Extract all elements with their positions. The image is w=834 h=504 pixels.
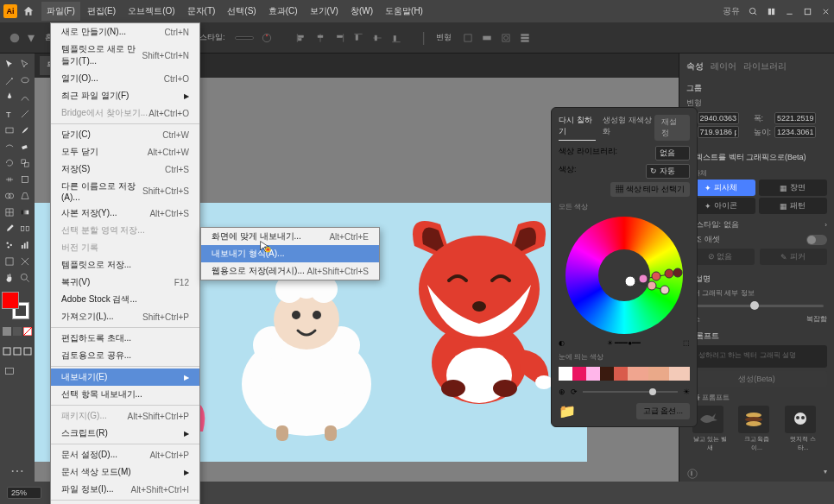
t2v-pattern[interactable]: ▦ 패턴 [759, 198, 828, 214]
w-input[interactable] [774, 112, 816, 124]
swatch-4[interactable] [600, 367, 614, 381]
isolate-icon[interactable] [500, 32, 512, 44]
style-value[interactable] [235, 36, 254, 40]
lasso-tool[interactable] [17, 73, 33, 89]
menu-browse-bridge[interactable]: Bridge에서 찾아보기...Alt+Ctrl+O [51, 104, 199, 122]
mesh-tool[interactable] [2, 205, 17, 220]
lib-dropdown[interactable]: 없음 [655, 146, 690, 161]
align-right-icon[interactable] [333, 32, 345, 44]
submenu-export-screens[interactable]: 화면에 맞게 내보내기...Alt+Ctrl+E [201, 228, 379, 245]
scale-tool[interactable] [17, 155, 33, 171]
color-mode-none[interactable] [22, 324, 33, 339]
menu-share-review[interactable]: 검토용으로 공유... [51, 347, 199, 364]
swatch-6[interactable] [628, 367, 648, 381]
prompt-input[interactable]: 생성하려고 하는 벡터 그래픽 설명 [686, 345, 827, 368]
arrange-icon[interactable] [767, 7, 776, 16]
app-logo[interactable]: Ai [3, 4, 17, 18]
x-input[interactable] [698, 112, 739, 124]
eraser-tool[interactable] [17, 139, 33, 154]
screen-mode[interactable] [2, 363, 17, 379]
artboard-tool[interactable] [2, 254, 17, 269]
menu-open[interactable]: 열기(O)...Ctrl+O [51, 70, 199, 87]
menu-save-as[interactable]: 다른 이름으로 저장(A)...Shift+Ctrl+S [51, 178, 199, 205]
search-icon[interactable] [749, 7, 758, 16]
swatch-2[interactable] [572, 367, 586, 381]
advanced-button[interactable]: 고급 옵션... [636, 403, 690, 419]
menu-close-all[interactable]: 모두 닫기Alt+Ctrl+W [51, 143, 199, 161]
gradient-tool[interactable] [17, 205, 33, 220]
reset-button[interactable]: 재설정 [654, 115, 690, 141]
tab-properties[interactable]: 속성 [686, 60, 704, 72]
theme-picker-button[interactable]: ▦ 색상 테마 선택기 [610, 182, 690, 197]
y-input[interactable] [698, 126, 739, 138]
type-tool[interactable]: T [2, 106, 17, 122]
align-hcenter-icon[interactable] [314, 32, 326, 44]
free-transform-tool[interactable] [17, 172, 33, 187]
magic-wand-tool[interactable] [2, 73, 17, 89]
menu-file[interactable]: 파일(F) [41, 2, 80, 21]
menu-invite[interactable]: 편집하도록 초대... [51, 330, 199, 347]
contextual-icon[interactable]: i [686, 468, 698, 480]
menu-object[interactable]: 오브젝트(O) [123, 2, 180, 21]
edit-toolbar[interactable]: ⋯ [9, 463, 25, 478]
tab-layers[interactable]: 레이어 [711, 60, 736, 72]
direct-selection-tool[interactable] [17, 57, 33, 72]
menu-save-copy[interactable]: 사본 저장(Y)...Alt+Ctrl+S [51, 205, 199, 222]
sample-thumb-3[interactable] [785, 406, 816, 433]
zoom-tool[interactable] [17, 270, 33, 286]
menu-version-history[interactable]: 버전 기록 [51, 239, 199, 256]
menu-search-stock[interactable]: Adobe Stock 검색... [51, 291, 199, 308]
menu-package[interactable]: 패키지(G)...Alt+Shift+Ctrl+P [51, 407, 199, 425]
swatch-3[interactable] [586, 367, 600, 381]
menu-scripts[interactable]: 스크립트(R)▶ [51, 425, 199, 442]
menu-new-template[interactable]: 템플릿으로 새로 만들기(T)...Shift+Ctrl+N [51, 41, 199, 70]
align-bottom-icon[interactable] [390, 32, 402, 44]
align-left-icon[interactable] [295, 32, 307, 44]
hand-tool[interactable] [2, 270, 17, 286]
minimize-icon[interactable] [785, 7, 794, 16]
recolor-icon[interactable] [261, 32, 273, 44]
share-button[interactable]: 공유 [723, 5, 740, 17]
submenu-save-for-web[interactable]: 웹용으로 저장(레거시)...Alt+Shift+Ctrl+S [201, 262, 379, 280]
color-mode-normal[interactable] [2, 324, 12, 339]
colors-dropdown[interactable]: ↻ 자동 [646, 164, 690, 179]
menu-new[interactable]: 새로 만들기(N)...Ctrl+N [51, 23, 199, 41]
menu-window[interactable]: 창(W) [345, 2, 378, 21]
submenu-export-as[interactable]: 내보내기 형식(A)... [201, 245, 379, 262]
swatch-5[interactable] [614, 367, 628, 381]
maximize-icon[interactable] [803, 7, 812, 16]
menu-color-mode[interactable]: 문서 색상 모드(M)▶ [51, 463, 199, 481]
eyedropper-tool[interactable] [2, 221, 17, 236]
draw-behind[interactable] [12, 343, 22, 359]
ref-picker[interactable]: ✎ 피커 [760, 249, 828, 265]
menu-revert[interactable]: 복귀(V)F12 [51, 274, 199, 291]
ref-asset-toggle[interactable] [806, 235, 827, 245]
color-mode-gradient[interactable] [12, 324, 22, 339]
close-window-icon[interactable] [821, 7, 831, 16]
shaper-tool[interactable] [2, 139, 17, 154]
menu-doc-setup[interactable]: 문서 설정(D)...Alt+Ctrl+P [51, 446, 199, 463]
curvature-tool[interactable] [17, 90, 33, 105]
menu-close[interactable]: 닫기(C)Ctrl+W [51, 126, 199, 143]
transform-icon-2[interactable] [481, 32, 493, 44]
menu-effect[interactable]: 효과(C) [263, 2, 303, 21]
fill-stroke-indicator[interactable] [2, 292, 29, 319]
menu-place[interactable]: 가져오기(L)...Shift+Ctrl+P [51, 308, 199, 325]
align-top-icon[interactable] [352, 32, 364, 44]
generate-button[interactable]: 생성(Beta) [686, 371, 827, 387]
menu-export-selection[interactable]: 선택 항목 내보내기... [51, 386, 199, 403]
sample-thumb-2[interactable] [738, 406, 769, 433]
save-swatch-icon[interactable]: 📁 [559, 403, 576, 419]
recolor-tab[interactable]: 다시 칠하기 [559, 115, 596, 141]
transform-icon-1[interactable] [462, 32, 474, 44]
menu-file-info[interactable]: 파일 정보(I)...Alt+Shift+Ctrl+I [51, 481, 199, 498]
color-wheel[interactable] [565, 217, 683, 334]
menu-recent[interactable]: 최근 파일 열기(F)▶ [51, 87, 199, 104]
menu-save-selected[interactable]: 선택 분할 영역 저장... [51, 222, 199, 239]
more-icon[interactable] [519, 32, 531, 44]
menu-save[interactable]: 저장(S)Ctrl+S [51, 161, 199, 178]
selection-tool[interactable] [2, 57, 17, 72]
swatch-1[interactable] [559, 367, 572, 381]
h-input[interactable] [774, 126, 816, 138]
zoom-value[interactable]: 25% [7, 487, 41, 499]
